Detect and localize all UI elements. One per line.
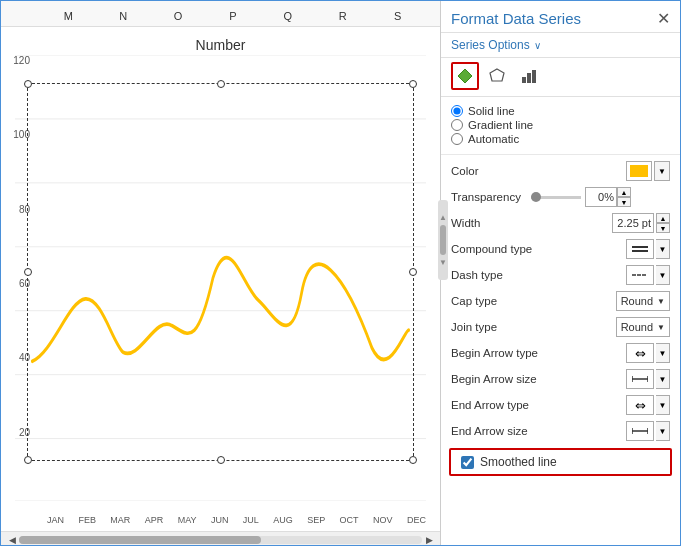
transparency-label: Transparency <box>451 191 531 203</box>
column-headers: M N O P Q R S <box>1 1 440 27</box>
width-control: ▲ ▼ <box>612 213 670 233</box>
color-dropdown-btn[interactable]: ▼ <box>654 161 670 181</box>
scrollbar-track[interactable] <box>19 536 422 544</box>
color-label: Color <box>451 165 626 177</box>
panel-content: Solid line Gradient line Automatic Color… <box>441 97 680 546</box>
begin-arrow-size-control: ▼ <box>626 369 670 389</box>
bar-chart-icon <box>520 67 538 85</box>
width-label: Width <box>451 217 612 229</box>
x-nov: NOV <box>373 515 393 525</box>
begin-arrow-type-arrow[interactable]: ▼ <box>656 343 670 363</box>
compound-type-control: ▼ <box>626 239 670 259</box>
x-axis-labels: JAN FEB MAR APR MAY JUN JUL AUG SEP OCT … <box>47 515 426 525</box>
svg-rect-11 <box>527 73 531 83</box>
automatic-radio[interactable] <box>451 133 463 145</box>
col-q: Q <box>260 6 315 26</box>
transparency-slider[interactable] <box>531 196 581 199</box>
transparency-down[interactable]: ▼ <box>617 197 631 207</box>
icon-toolbar <box>441 58 680 97</box>
fill-options-icon-btn[interactable] <box>483 62 511 90</box>
automatic-label: Automatic <box>468 133 519 145</box>
compound-type-select[interactable] <box>626 239 654 259</box>
solid-line-label: Solid line <box>468 105 515 117</box>
transparency-up[interactable]: ▲ <box>617 187 631 197</box>
gradient-line-radio[interactable] <box>451 119 463 131</box>
scrollbar[interactable]: ◀ ▶ <box>1 531 440 546</box>
begin-arrow-size-label: Begin Arrow size <box>451 373 626 385</box>
width-up[interactable]: ▲ <box>656 213 670 223</box>
svg-marker-8 <box>458 69 472 83</box>
width-input[interactable] <box>612 213 654 233</box>
automatic-line-row[interactable]: Automatic <box>451 133 670 145</box>
compound-type-label: Compound type <box>451 243 626 255</box>
chart-title: Number <box>11 37 430 53</box>
begin-arrow-size-arrow[interactable]: ▼ <box>656 369 670 389</box>
width-down[interactable]: ▼ <box>656 223 670 233</box>
series-options-bar[interactable]: Series Options ∨ <box>441 33 680 58</box>
x-feb: FEB <box>78 515 96 525</box>
chart-svg <box>15 55 426 501</box>
panel-header: Format Data Series ✕ <box>441 1 680 33</box>
scroll-right[interactable]: ▶ <box>422 533 436 547</box>
x-mar: MAR <box>110 515 130 525</box>
end-arrow-type-select[interactable]: ⇔ <box>626 395 654 415</box>
solid-line-row[interactable]: Solid line <box>451 105 670 117</box>
end-arrow-size-arrow[interactable]: ▼ <box>656 421 670 441</box>
x-dec: DEC <box>407 515 426 525</box>
col-o: O <box>151 6 206 26</box>
join-type-row: Join type Round ▼ <box>441 314 680 340</box>
transparency-value: 0% <box>585 187 617 207</box>
panel-title: Format Data Series <box>451 10 581 27</box>
end-arrow-type-row: End Arrow type ⇔ ▼ <box>441 392 680 418</box>
dash-type-control: ▼ <box>626 265 670 285</box>
begin-arrow-type-row: Begin Arrow type ⇔ ▼ <box>441 340 680 366</box>
end-arrow-size-select[interactable] <box>626 421 654 441</box>
begin-arrow-size-icon <box>632 373 648 385</box>
chart-svg-wrapper <box>15 55 426 501</box>
transparency-spinner: ▲ ▼ <box>617 187 631 207</box>
end-arrow-size-icon <box>632 425 648 437</box>
color-picker-btn[interactable] <box>626 161 652 181</box>
col-n: N <box>96 6 151 26</box>
cap-type-value: Round <box>621 295 653 307</box>
cap-type-select[interactable]: Round ▼ <box>616 291 670 311</box>
close-button[interactable]: ✕ <box>657 9 670 28</box>
format-panel: ▲ ▼ Format Data Series ✕ Series Options … <box>441 1 680 546</box>
gradient-line-label: Gradient line <box>468 119 533 131</box>
end-arrow-type-arrow[interactable]: ▼ <box>656 395 670 415</box>
color-control: ▼ <box>626 161 670 181</box>
chart-wrapper: Number 120 100 80 60 40 20 <box>1 27 440 543</box>
x-aug: AUG <box>273 515 293 525</box>
join-type-value: Round <box>621 321 653 333</box>
begin-arrow-type-select[interactable]: ⇔ <box>626 343 654 363</box>
color-swatch <box>630 165 648 177</box>
scroll-left[interactable]: ◀ <box>5 533 19 547</box>
end-arrow-type-control: ⇔ ▼ <box>626 395 670 415</box>
smoothed-line-row: Smoothed line <box>449 448 672 476</box>
line-options-icon-btn[interactable] <box>451 62 479 90</box>
smoothed-checkbox[interactable] <box>461 456 474 469</box>
dash-type-arrow[interactable]: ▼ <box>656 265 670 285</box>
scrollbar-thumb[interactable] <box>19 536 261 544</box>
end-arrow-type-label: End Arrow type <box>451 399 626 411</box>
line-type-group: Solid line Gradient line Automatic <box>441 103 680 151</box>
series-options-arrow: ∨ <box>534 40 541 51</box>
join-type-select[interactable]: Round ▼ <box>616 317 670 337</box>
dash-type-select[interactable] <box>626 265 654 285</box>
begin-arrow-size-select[interactable] <box>626 369 654 389</box>
end-arrow-icon: ⇔ <box>635 398 646 413</box>
compound-type-row: Compound type ▼ <box>441 236 680 262</box>
x-oct: OCT <box>340 515 359 525</box>
begin-arrow-type-control: ⇔ ▼ <box>626 343 670 363</box>
x-apr: APR <box>145 515 164 525</box>
solid-line-radio[interactable] <box>451 105 463 117</box>
compound-type-arrow[interactable]: ▼ <box>656 239 670 259</box>
end-arrow-size-label: End Arrow size <box>451 425 626 437</box>
gradient-line-row[interactable]: Gradient line <box>451 119 670 131</box>
svg-marker-9 <box>490 69 504 81</box>
transparency-row: Transparency 0% ▲ ▼ <box>441 184 680 210</box>
col-p: P <box>206 6 261 26</box>
color-row: Color ▼ <box>441 158 680 184</box>
bar-options-icon-btn[interactable] <box>515 62 543 90</box>
x-jul: JUL <box>243 515 259 525</box>
